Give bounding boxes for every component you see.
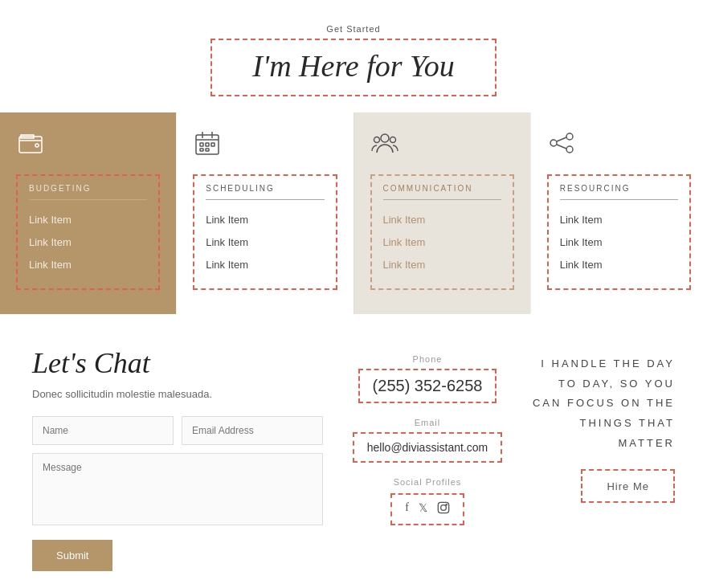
list-item[interactable]: Link Item: [206, 208, 324, 231]
email-field[interactable]: [182, 416, 323, 445]
form-name-email-row: [32, 416, 323, 445]
svg-rect-8: [206, 149, 209, 151]
resourcing-title: RESOURCING: [560, 184, 678, 200]
list-item[interactable]: Link Item: [206, 231, 324, 253]
hero-section: Get Started I'm Here for You: [0, 0, 707, 112]
service-resourcing: RESOURCING Link Item Link Item Link Item: [530, 112, 707, 314]
svg-point-16: [440, 505, 446, 511]
contact-section: Let's Chat Donec sollicitudin molestie m…: [0, 314, 707, 588]
phone-box: (255) 352-6258: [358, 369, 497, 403]
link-item[interactable]: Link Item: [206, 236, 248, 248]
list-item[interactable]: Link Item: [383, 231, 501, 253]
link-item[interactable]: Link Item: [560, 259, 603, 271]
phone-block: Phone (255) 352-6258: [358, 354, 497, 403]
list-item[interactable]: Link Item: [29, 208, 147, 231]
email-label: Email: [353, 418, 502, 427]
facebook-icon[interactable]: f: [405, 501, 409, 517]
contact-info-area: Phone (255) 352-6258 Email hello@diviass…: [347, 346, 508, 525]
phone-number: (255) 352-6258: [373, 377, 483, 394]
svg-point-9: [381, 134, 389, 142]
share-icon: [547, 129, 576, 163]
contact-title: Let's Chat: [32, 346, 323, 380]
email-box: hello@diviassistant.com: [353, 432, 502, 463]
phone-label: Phone: [358, 354, 497, 364]
communication-title: COMMUNICATION: [383, 184, 501, 200]
list-item[interactable]: Link Item: [383, 253, 501, 276]
social-icons-group: f 𝕏: [390, 493, 464, 525]
hero-title: I'm Here for You: [252, 48, 454, 84]
twitter-icon[interactable]: 𝕏: [419, 501, 427, 517]
list-item[interactable]: Link Item: [29, 231, 147, 253]
svg-point-12: [566, 133, 573, 140]
scheduling-inner: SCHEDULING Link Item Link Item Link Item: [193, 174, 337, 290]
hire-label[interactable]: Hire Me: [607, 480, 649, 492]
list-item[interactable]: Link Item: [560, 253, 678, 276]
link-item[interactable]: Link Item: [206, 214, 248, 226]
wallet-icon: [16, 129, 45, 163]
svg-point-11: [390, 137, 395, 143]
communication-inner: COMMUNICATION Link Item Link Item Link I…: [370, 174, 514, 290]
hire-box[interactable]: Hire Me: [581, 469, 675, 503]
contact-description: Donec sollicitudin molestie malesuada.: [32, 388, 323, 400]
svg-rect-7: [200, 149, 203, 151]
services-section: BUDGETING Link Item Link Item Link Item: [0, 112, 707, 314]
email-address: hello@diviassistant.com: [367, 441, 488, 454]
svg-point-14: [566, 146, 573, 153]
svg-rect-6: [211, 143, 215, 146]
svg-point-17: [446, 504, 447, 505]
social-profiles-block: Social Profiles f 𝕏: [390, 477, 464, 525]
communication-links: Link Item Link Item Link Item: [383, 208, 501, 276]
link-item[interactable]: Link Item: [383, 236, 426, 248]
svg-point-2: [35, 144, 39, 147]
message-input[interactable]: [32, 453, 323, 525]
instagram-icon[interactable]: [437, 501, 450, 517]
link-item[interactable]: Link Item: [29, 236, 72, 248]
link-item[interactable]: Link Item: [560, 236, 603, 248]
list-item[interactable]: Link Item: [560, 231, 678, 253]
svg-rect-4: [200, 143, 203, 146]
link-item[interactable]: Link Item: [206, 259, 248, 271]
svg-rect-5: [206, 143, 209, 146]
svg-point-13: [550, 140, 557, 146]
name-input[interactable]: [32, 416, 174, 445]
contact-right-area: I HANDLE THE DAY TO DAY, SO YOU CAN FOCU…: [532, 346, 675, 503]
hero-box: I'm Here for You: [210, 39, 496, 96]
tagline: I HANDLE THE DAY TO DAY, SO YOU CAN FOCU…: [532, 354, 675, 453]
list-item[interactable]: Link Item: [560, 208, 678, 231]
email-block: Email hello@diviassistant.com: [353, 418, 502, 463]
contact-form-area: Let's Chat Donec sollicitudin molestie m…: [32, 346, 323, 571]
svg-point-10: [374, 137, 379, 143]
calendar-icon: [193, 129, 222, 163]
link-item[interactable]: Link Item: [29, 214, 72, 226]
budgeting-inner: BUDGETING Link Item Link Item Link Item: [16, 174, 160, 290]
link-item[interactable]: Link Item: [383, 214, 426, 226]
list-item[interactable]: Link Item: [29, 253, 147, 276]
budgeting-title: BUDGETING: [29, 184, 147, 200]
get-started-label: Get Started: [16, 24, 691, 34]
service-scheduling: SCHEDULING Link Item Link Item Link Item: [176, 112, 353, 314]
scheduling-title: SCHEDULING: [206, 184, 324, 200]
resourcing-links: Link Item Link Item Link Item: [560, 208, 678, 276]
link-item[interactable]: Link Item: [560, 214, 603, 226]
budgeting-links: Link Item Link Item Link Item: [29, 208, 147, 276]
svg-rect-15: [438, 502, 448, 512]
link-item[interactable]: Link Item: [29, 259, 72, 271]
service-budgeting: BUDGETING Link Item Link Item Link Item: [0, 112, 176, 314]
list-item[interactable]: Link Item: [206, 253, 324, 276]
link-item[interactable]: Link Item: [383, 259, 426, 271]
resourcing-inner: RESOURCING Link Item Link Item Link Item: [547, 174, 691, 290]
scheduling-links: Link Item Link Item Link Item: [206, 208, 324, 276]
submit-button[interactable]: Submit: [32, 540, 112, 571]
social-label: Social Profiles: [390, 477, 464, 487]
people-icon: [370, 129, 399, 163]
list-item[interactable]: Link Item: [383, 208, 501, 231]
service-communication: COMMUNICATION Link Item Link Item Link I…: [354, 112, 530, 314]
